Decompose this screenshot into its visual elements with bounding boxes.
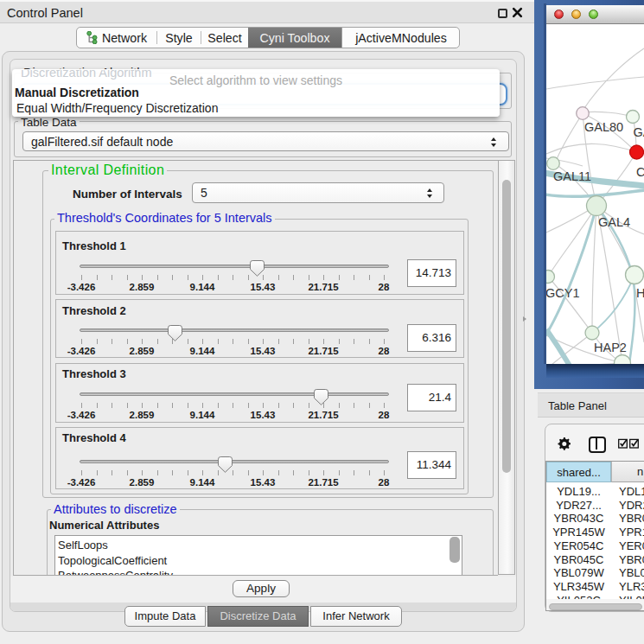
svg-text:GCY1: GCY1 bbox=[546, 286, 580, 300]
svg-text:HAP2: HAP2 bbox=[594, 341, 627, 354]
svg-text:C: C bbox=[636, 165, 644, 179]
svg-text:GAL80: GAL80 bbox=[584, 120, 623, 134]
svg-text:GA: GA bbox=[634, 125, 644, 139]
svg-text:GAL4: GAL4 bbox=[598, 215, 630, 229]
svg-text:GAL11: GAL11 bbox=[553, 169, 591, 183]
svg-text:H: H bbox=[636, 286, 644, 300]
